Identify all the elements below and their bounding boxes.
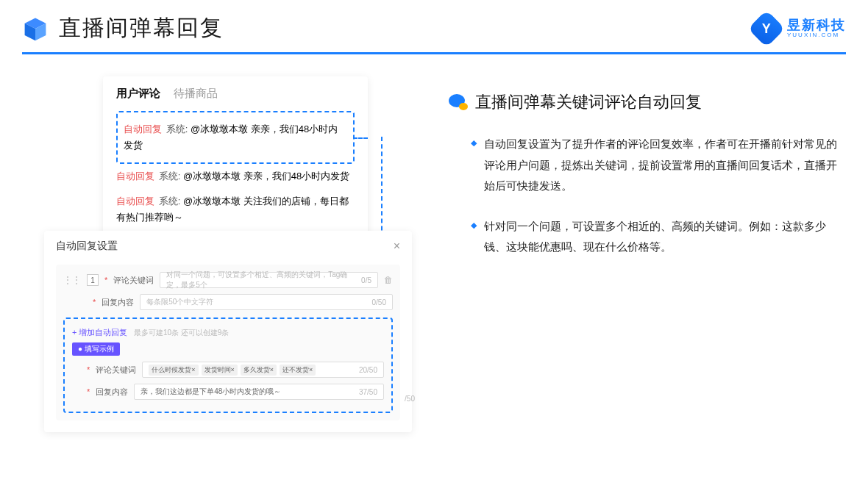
- screenshot-area: 用户评论 待播商品 自动回复 系统: @冰墩墩本墩 亲亲，我们48小时内发货 自…: [44, 76, 427, 444]
- keyword-tag[interactable]: 什么时候发货×: [149, 365, 198, 376]
- reply-input[interactable]: 每条限50个中文字符 0/50: [140, 294, 393, 310]
- example-badge: ● 填写示例: [72, 342, 120, 356]
- keyword-input[interactable]: 对同一个问题，可设置多个相近、高频的关键词，Tag确定，最多5个 0/5: [160, 272, 378, 288]
- connector-line: [353, 137, 368, 139]
- auto-reply-settings-card: 自动回复设置 × ⋮⋮ 1 * 评论关键词 对同一个问题，可设置多个相近、高频的…: [44, 231, 412, 432]
- comment-row: 自动回复 系统: @冰墩墩本墩 关注我们的店铺，每日都有热门推荐哟～: [116, 189, 355, 230]
- auto-reply-tag: 自动回复: [116, 171, 154, 182]
- brand-logo: Y 昱新科技 YUUXIN.COM: [753, 15, 846, 42]
- bullet-list: 自动回复设置为了提升作者的评论回复效率，作者可在开播前针对常见的评论用户问题，提…: [449, 134, 846, 258]
- main-content: 用户评论 待播商品 自动回复 系统: @冰墩墩本墩 亲亲，我们48小时内发货 自…: [0, 54, 868, 444]
- keyword-label: 评论关键词: [113, 275, 154, 286]
- header-left: 直播间弹幕回复: [22, 13, 224, 43]
- auto-reply-tag: 自动回复: [124, 123, 162, 134]
- example-keyword-input[interactable]: 什么时候发货× 发货时间× 多久发货× 还不发货× 20/50: [142, 362, 384, 378]
- example-keyword-row: * 评论关键词 什么时候发货× 发货时间× 多久发货× 还不发货× 20/50: [72, 362, 384, 378]
- add-hint: 最多可建10条 还可以创建9条: [134, 329, 229, 337]
- settings-body: ⋮⋮ 1 * 评论关键词 对同一个问题，可设置多个相近、高频的关键词，Tag确定…: [56, 265, 400, 420]
- page-header: 直播间弹幕回复 Y 昱新科技 YUUXIN.COM: [0, 0, 868, 43]
- logo-cn: 昱新科技: [787, 18, 846, 32]
- chat-bubble-icon: [449, 94, 468, 110]
- row-number: 1: [87, 274, 99, 286]
- keyword-tag[interactable]: 多久发货×: [241, 365, 277, 376]
- example-reply-input[interactable]: 亲，我们这边都是下单48小时内发货的哦～ 37/50: [134, 384, 384, 400]
- keyword-tag[interactable]: 还不发货×: [280, 365, 316, 376]
- keyword-row: ⋮⋮ 1 * 评论关键词 对同一个问题，可设置多个相近、高频的关键词，Tag确定…: [63, 272, 393, 288]
- tab-pending-products[interactable]: 待播商品: [174, 87, 218, 101]
- settings-header: 自动回复设置 ×: [56, 240, 400, 253]
- bullet-item: 自动回复设置为了提升作者的评论回复效率，作者可在开播前针对常见的评论用户问题，提…: [471, 134, 846, 197]
- comment-row: 自动回复 系统: @冰墩墩本墩 亲亲，我们48小时内发货: [124, 117, 347, 158]
- description-column: 直播间弹幕关键词评论自动回复 自动回复设置为了提升作者的评论回复效率，作者可在开…: [449, 76, 846, 444]
- tab-user-comments[interactable]: 用户评论: [116, 87, 160, 101]
- page-title: 直播间弹幕回复: [59, 13, 224, 43]
- keyword-tag[interactable]: 发货时间×: [202, 365, 238, 376]
- close-icon[interactable]: ×: [394, 240, 400, 253]
- logo-mark: Y: [748, 10, 786, 47]
- drag-handle-icon[interactable]: ⋮⋮: [63, 275, 81, 285]
- reply-row: * 回复内容 每条限50个中文字符 0/50: [63, 294, 393, 310]
- cube-icon: [22, 15, 49, 42]
- bullet-item: 针对同一个问题，可设置多个相近的、高频的关键词。例如：这款多少钱、这块能优惠吗、…: [471, 216, 846, 258]
- settings-title: 自动回复设置: [56, 240, 118, 253]
- example-block: + 增加自动回复 最多可建10条 还可以创建9条 ● 填写示例 * 评论关键词 …: [63, 317, 393, 413]
- delete-icon[interactable]: 🗑: [384, 275, 393, 285]
- section-title: 直播间弹幕关键词评论自动回复: [475, 91, 702, 113]
- add-auto-reply-link[interactable]: + 增加自动回复: [72, 328, 127, 337]
- section-heading: 直播间弹幕关键词评论自动回复: [449, 91, 846, 113]
- auto-reply-tag: 自动回复: [116, 195, 154, 207]
- logo-en: YUUXIN.COM: [787, 32, 846, 38]
- comment-tabs: 用户评论 待播商品: [116, 87, 355, 101]
- example-reply-row: * 回复内容 亲，我们这边都是下单48小时内发货的哦～ 37/50: [72, 384, 384, 400]
- reply-label: 回复内容: [102, 297, 134, 308]
- comment-row: 自动回复 系统: @冰墩墩本墩 亲亲，我们48小时内发货: [116, 164, 355, 189]
- highlighted-comment: 自动回复 系统: @冰墩墩本墩 亲亲，我们48小时内发货: [116, 111, 355, 164]
- outer-counter: /50: [405, 395, 415, 403]
